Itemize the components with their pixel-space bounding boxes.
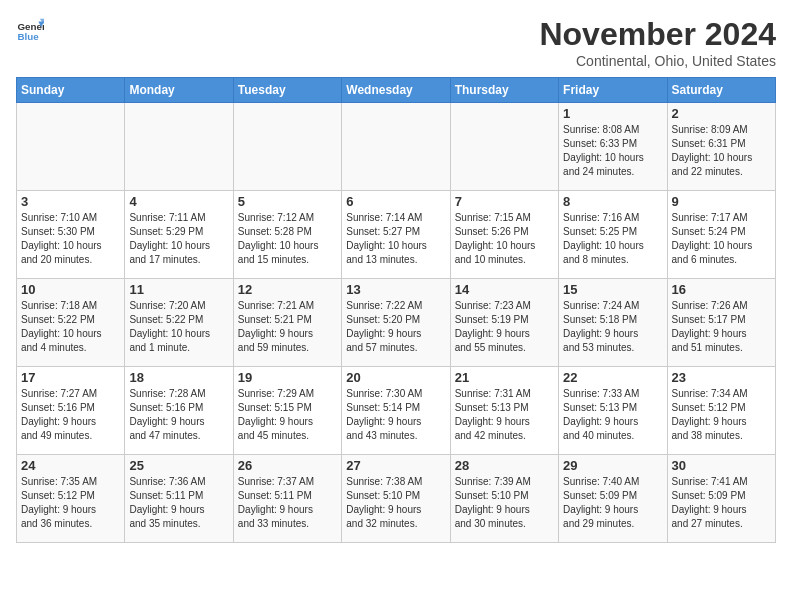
day-info: Sunrise: 7:39 AM Sunset: 5:10 PM Dayligh… <box>455 475 554 531</box>
day-number: 16 <box>672 282 771 297</box>
calendar-cell: 14Sunrise: 7:23 AM Sunset: 5:19 PM Dayli… <box>450 279 558 367</box>
day-info: Sunrise: 7:38 AM Sunset: 5:10 PM Dayligh… <box>346 475 445 531</box>
svg-text:Blue: Blue <box>17 31 39 42</box>
day-info: Sunrise: 7:34 AM Sunset: 5:12 PM Dayligh… <box>672 387 771 443</box>
week-row-5: 24Sunrise: 7:35 AM Sunset: 5:12 PM Dayli… <box>17 455 776 543</box>
calendar-cell: 30Sunrise: 7:41 AM Sunset: 5:09 PM Dayli… <box>667 455 775 543</box>
day-number: 8 <box>563 194 662 209</box>
calendar-cell: 26Sunrise: 7:37 AM Sunset: 5:11 PM Dayli… <box>233 455 341 543</box>
day-number: 14 <box>455 282 554 297</box>
logo-icon: General Blue <box>16 16 44 44</box>
day-number: 28 <box>455 458 554 473</box>
calendar-cell: 18Sunrise: 7:28 AM Sunset: 5:16 PM Dayli… <box>125 367 233 455</box>
weekday-header-row: SundayMondayTuesdayWednesdayThursdayFrid… <box>17 78 776 103</box>
day-info: Sunrise: 7:12 AM Sunset: 5:28 PM Dayligh… <box>238 211 337 267</box>
day-number: 11 <box>129 282 228 297</box>
day-info: Sunrise: 7:40 AM Sunset: 5:09 PM Dayligh… <box>563 475 662 531</box>
day-info: Sunrise: 7:24 AM Sunset: 5:18 PM Dayligh… <box>563 299 662 355</box>
day-number: 9 <box>672 194 771 209</box>
day-info: Sunrise: 7:29 AM Sunset: 5:15 PM Dayligh… <box>238 387 337 443</box>
day-info: Sunrise: 7:17 AM Sunset: 5:24 PM Dayligh… <box>672 211 771 267</box>
day-number: 17 <box>21 370 120 385</box>
day-info: Sunrise: 7:27 AM Sunset: 5:16 PM Dayligh… <box>21 387 120 443</box>
calendar-cell <box>233 103 341 191</box>
day-number: 7 <box>455 194 554 209</box>
day-info: Sunrise: 7:21 AM Sunset: 5:21 PM Dayligh… <box>238 299 337 355</box>
calendar-cell: 15Sunrise: 7:24 AM Sunset: 5:18 PM Dayli… <box>559 279 667 367</box>
calendar-cell: 3Sunrise: 7:10 AM Sunset: 5:30 PM Daylig… <box>17 191 125 279</box>
calendar-cell <box>17 103 125 191</box>
calendar-cell: 5Sunrise: 7:12 AM Sunset: 5:28 PM Daylig… <box>233 191 341 279</box>
calendar-cell: 2Sunrise: 8:09 AM Sunset: 6:31 PM Daylig… <box>667 103 775 191</box>
day-info: Sunrise: 7:37 AM Sunset: 5:11 PM Dayligh… <box>238 475 337 531</box>
day-info: Sunrise: 7:15 AM Sunset: 5:26 PM Dayligh… <box>455 211 554 267</box>
calendar-cell: 17Sunrise: 7:27 AM Sunset: 5:16 PM Dayli… <box>17 367 125 455</box>
day-number: 13 <box>346 282 445 297</box>
day-number: 24 <box>21 458 120 473</box>
calendar-cell: 9Sunrise: 7:17 AM Sunset: 5:24 PM Daylig… <box>667 191 775 279</box>
day-number: 4 <box>129 194 228 209</box>
day-number: 23 <box>672 370 771 385</box>
week-row-2: 3Sunrise: 7:10 AM Sunset: 5:30 PM Daylig… <box>17 191 776 279</box>
week-row-3: 10Sunrise: 7:18 AM Sunset: 5:22 PM Dayli… <box>17 279 776 367</box>
weekday-header-sunday: Sunday <box>17 78 125 103</box>
calendar-cell: 8Sunrise: 7:16 AM Sunset: 5:25 PM Daylig… <box>559 191 667 279</box>
week-row-4: 17Sunrise: 7:27 AM Sunset: 5:16 PM Dayli… <box>17 367 776 455</box>
day-info: Sunrise: 7:33 AM Sunset: 5:13 PM Dayligh… <box>563 387 662 443</box>
calendar-cell: 29Sunrise: 7:40 AM Sunset: 5:09 PM Dayli… <box>559 455 667 543</box>
day-number: 29 <box>563 458 662 473</box>
day-info: Sunrise: 7:16 AM Sunset: 5:25 PM Dayligh… <box>563 211 662 267</box>
logo: General Blue <box>16 16 44 44</box>
day-number: 15 <box>563 282 662 297</box>
calendar-table: SundayMondayTuesdayWednesdayThursdayFrid… <box>16 77 776 543</box>
day-info: Sunrise: 7:14 AM Sunset: 5:27 PM Dayligh… <box>346 211 445 267</box>
week-row-1: 1Sunrise: 8:08 AM Sunset: 6:33 PM Daylig… <box>17 103 776 191</box>
day-number: 10 <box>21 282 120 297</box>
calendar-cell: 13Sunrise: 7:22 AM Sunset: 5:20 PM Dayli… <box>342 279 450 367</box>
day-info: Sunrise: 7:41 AM Sunset: 5:09 PM Dayligh… <box>672 475 771 531</box>
calendar-cell: 20Sunrise: 7:30 AM Sunset: 5:14 PM Dayli… <box>342 367 450 455</box>
calendar-cell: 12Sunrise: 7:21 AM Sunset: 5:21 PM Dayli… <box>233 279 341 367</box>
day-number: 6 <box>346 194 445 209</box>
calendar-cell <box>342 103 450 191</box>
weekday-header-saturday: Saturday <box>667 78 775 103</box>
day-number: 22 <box>563 370 662 385</box>
calendar-cell: 28Sunrise: 7:39 AM Sunset: 5:10 PM Dayli… <box>450 455 558 543</box>
day-number: 2 <box>672 106 771 121</box>
calendar-cell: 16Sunrise: 7:26 AM Sunset: 5:17 PM Dayli… <box>667 279 775 367</box>
day-info: Sunrise: 8:09 AM Sunset: 6:31 PM Dayligh… <box>672 123 771 179</box>
title-section: November 2024 Continental, Ohio, United … <box>539 16 776 69</box>
day-info: Sunrise: 7:10 AM Sunset: 5:30 PM Dayligh… <box>21 211 120 267</box>
weekday-header-friday: Friday <box>559 78 667 103</box>
day-info: Sunrise: 7:18 AM Sunset: 5:22 PM Dayligh… <box>21 299 120 355</box>
day-info: Sunrise: 7:20 AM Sunset: 5:22 PM Dayligh… <box>129 299 228 355</box>
day-number: 26 <box>238 458 337 473</box>
day-number: 12 <box>238 282 337 297</box>
day-number: 5 <box>238 194 337 209</box>
calendar-cell: 21Sunrise: 7:31 AM Sunset: 5:13 PM Dayli… <box>450 367 558 455</box>
day-info: Sunrise: 7:11 AM Sunset: 5:29 PM Dayligh… <box>129 211 228 267</box>
calendar-cell: 24Sunrise: 7:35 AM Sunset: 5:12 PM Dayli… <box>17 455 125 543</box>
weekday-header-wednesday: Wednesday <box>342 78 450 103</box>
day-number: 21 <box>455 370 554 385</box>
calendar-cell: 19Sunrise: 7:29 AM Sunset: 5:15 PM Dayli… <box>233 367 341 455</box>
calendar-cell: 1Sunrise: 8:08 AM Sunset: 6:33 PM Daylig… <box>559 103 667 191</box>
calendar-cell: 23Sunrise: 7:34 AM Sunset: 5:12 PM Dayli… <box>667 367 775 455</box>
day-number: 18 <box>129 370 228 385</box>
day-info: Sunrise: 7:31 AM Sunset: 5:13 PM Dayligh… <box>455 387 554 443</box>
calendar-cell <box>450 103 558 191</box>
calendar-cell: 27Sunrise: 7:38 AM Sunset: 5:10 PM Dayli… <box>342 455 450 543</box>
calendar-cell: 11Sunrise: 7:20 AM Sunset: 5:22 PM Dayli… <box>125 279 233 367</box>
weekday-header-monday: Monday <box>125 78 233 103</box>
calendar-subtitle: Continental, Ohio, United States <box>539 53 776 69</box>
day-info: Sunrise: 7:23 AM Sunset: 5:19 PM Dayligh… <box>455 299 554 355</box>
weekday-header-thursday: Thursday <box>450 78 558 103</box>
calendar-cell: 22Sunrise: 7:33 AM Sunset: 5:13 PM Dayli… <box>559 367 667 455</box>
day-info: Sunrise: 7:30 AM Sunset: 5:14 PM Dayligh… <box>346 387 445 443</box>
calendar-title: November 2024 <box>539 16 776 53</box>
day-info: Sunrise: 8:08 AM Sunset: 6:33 PM Dayligh… <box>563 123 662 179</box>
day-info: Sunrise: 7:26 AM Sunset: 5:17 PM Dayligh… <box>672 299 771 355</box>
day-number: 3 <box>21 194 120 209</box>
day-number: 19 <box>238 370 337 385</box>
calendar-cell: 10Sunrise: 7:18 AM Sunset: 5:22 PM Dayli… <box>17 279 125 367</box>
